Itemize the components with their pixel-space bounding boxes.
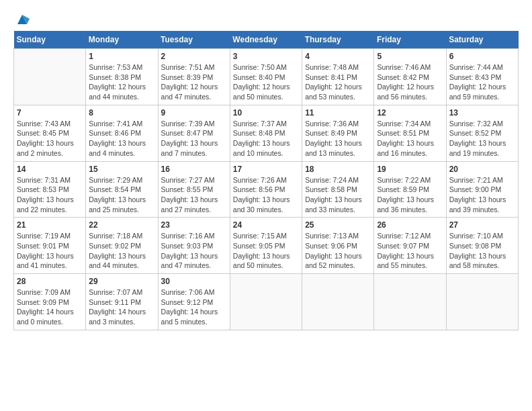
calendar-cell: 23Sunrise: 7:16 AMSunset: 9:03 PMDayligh… bbox=[158, 218, 230, 274]
calendar-cell: 22Sunrise: 7:18 AMSunset: 9:02 PMDayligh… bbox=[86, 218, 158, 274]
day-number: 12 bbox=[377, 108, 443, 118]
day-number: 10 bbox=[233, 108, 299, 118]
day-number: 25 bbox=[305, 220, 371, 230]
calendar-cell: 19Sunrise: 7:22 AMSunset: 8:59 PMDayligh… bbox=[374, 161, 446, 218]
calendar-cell: 1Sunrise: 7:53 AMSunset: 8:38 PMDaylight… bbox=[86, 49, 158, 105]
calendar-cell: 9Sunrise: 7:39 AMSunset: 8:47 PMDaylight… bbox=[158, 105, 230, 161]
calendar-day-header: Friday bbox=[374, 31, 446, 49]
calendar-cell bbox=[374, 274, 446, 330]
day-number: 13 bbox=[449, 108, 515, 118]
day-number: 20 bbox=[449, 165, 515, 174]
day-number: 4 bbox=[305, 52, 371, 61]
day-info: Sunrise: 7:48 AMSunset: 8:41 PMDaylight:… bbox=[305, 62, 371, 102]
day-info: Sunrise: 7:44 AMSunset: 8:43 PMDaylight:… bbox=[449, 62, 515, 102]
day-info: Sunrise: 7:10 AMSunset: 9:08 PMDaylight:… bbox=[449, 231, 515, 271]
day-info: Sunrise: 7:26 AMSunset: 8:56 PMDaylight:… bbox=[233, 175, 299, 215]
day-number: 26 bbox=[377, 220, 443, 230]
calendar-cell: 17Sunrise: 7:26 AMSunset: 8:56 PMDayligh… bbox=[230, 161, 302, 218]
day-info: Sunrise: 7:18 AMSunset: 9:02 PMDaylight:… bbox=[89, 231, 154, 271]
day-info: Sunrise: 7:46 AMSunset: 8:42 PMDaylight:… bbox=[377, 62, 443, 102]
calendar-day-header: Wednesday bbox=[230, 31, 302, 49]
calendar-cell: 20Sunrise: 7:21 AMSunset: 9:00 PMDayligh… bbox=[446, 161, 518, 218]
day-info: Sunrise: 7:36 AMSunset: 8:49 PMDaylight:… bbox=[305, 119, 371, 158]
day-info: Sunrise: 7:53 AMSunset: 8:38 PMDaylight:… bbox=[89, 62, 154, 102]
calendar-cell: 4Sunrise: 7:48 AMSunset: 8:41 PMDaylight… bbox=[302, 49, 374, 105]
calendar-cell bbox=[446, 274, 518, 330]
day-info: Sunrise: 7:22 AMSunset: 8:59 PMDaylight:… bbox=[377, 175, 443, 215]
day-info: Sunrise: 7:34 AMSunset: 8:51 PMDaylight:… bbox=[377, 119, 443, 158]
day-info: Sunrise: 7:29 AMSunset: 8:54 PMDaylight:… bbox=[89, 175, 154, 215]
day-number: 29 bbox=[89, 277, 154, 286]
calendar-cell: 16Sunrise: 7:27 AMSunset: 8:55 PMDayligh… bbox=[158, 161, 230, 218]
day-number: 1 bbox=[89, 52, 154, 61]
calendar-cell bbox=[302, 274, 374, 330]
day-number: 11 bbox=[305, 108, 371, 118]
calendar-cell: 30Sunrise: 7:06 AMSunset: 9:12 PMDayligh… bbox=[158, 274, 230, 330]
calendar-cell: 26Sunrise: 7:12 AMSunset: 9:07 PMDayligh… bbox=[374, 218, 446, 274]
calendar-day-header: Sunday bbox=[14, 31, 86, 49]
calendar-week-row: 1Sunrise: 7:53 AMSunset: 8:38 PMDaylight… bbox=[14, 49, 519, 105]
day-number: 24 bbox=[233, 220, 299, 230]
day-info: Sunrise: 7:39 AMSunset: 8:47 PMDaylight:… bbox=[161, 119, 227, 158]
calendar-cell bbox=[14, 49, 86, 105]
calendar-cell: 11Sunrise: 7:36 AMSunset: 8:49 PMDayligh… bbox=[302, 105, 374, 161]
day-number: 8 bbox=[89, 108, 154, 118]
day-info: Sunrise: 7:31 AMSunset: 8:53 PMDaylight:… bbox=[17, 175, 83, 215]
day-info: Sunrise: 7:15 AMSunset: 9:05 PMDaylight:… bbox=[233, 231, 299, 271]
calendar-day-header: Monday bbox=[86, 31, 158, 49]
calendar-header-row: SundayMondayTuesdayWednesdayThursdayFrid… bbox=[14, 31, 519, 49]
calendar-cell: 18Sunrise: 7:24 AMSunset: 8:58 PMDayligh… bbox=[302, 161, 374, 218]
day-info: Sunrise: 7:19 AMSunset: 9:01 PMDaylight:… bbox=[17, 231, 83, 271]
calendar-cell: 6Sunrise: 7:44 AMSunset: 8:43 PMDaylight… bbox=[446, 49, 518, 105]
calendar-day-header: Tuesday bbox=[158, 31, 230, 49]
day-number: 19 bbox=[377, 165, 443, 174]
day-number: 21 bbox=[17, 220, 83, 230]
day-number: 22 bbox=[89, 220, 154, 230]
day-info: Sunrise: 7:37 AMSunset: 8:48 PMDaylight:… bbox=[233, 119, 299, 158]
calendar-cell: 29Sunrise: 7:07 AMSunset: 9:11 PMDayligh… bbox=[86, 274, 158, 330]
calendar-week-row: 7Sunrise: 7:43 AMSunset: 8:45 PMDaylight… bbox=[14, 105, 519, 161]
day-info: Sunrise: 7:16 AMSunset: 9:03 PMDaylight:… bbox=[161, 231, 227, 271]
day-number: 5 bbox=[377, 52, 443, 61]
day-info: Sunrise: 7:41 AMSunset: 8:46 PMDaylight:… bbox=[89, 119, 154, 158]
calendar-cell: 27Sunrise: 7:10 AMSunset: 9:08 PMDayligh… bbox=[446, 218, 518, 274]
calendar-cell: 8Sunrise: 7:41 AMSunset: 8:46 PMDaylight… bbox=[86, 105, 158, 161]
day-info: Sunrise: 7:27 AMSunset: 8:55 PMDaylight:… bbox=[161, 175, 227, 215]
calendar-cell: 24Sunrise: 7:15 AMSunset: 9:05 PMDayligh… bbox=[230, 218, 302, 274]
calendar-cell: 3Sunrise: 7:50 AMSunset: 8:40 PMDaylight… bbox=[230, 49, 302, 105]
day-info: Sunrise: 7:50 AMSunset: 8:40 PMDaylight:… bbox=[233, 62, 299, 102]
logo-icon bbox=[15, 12, 30, 27]
calendar-cell: 14Sunrise: 7:31 AMSunset: 8:53 PMDayligh… bbox=[14, 161, 86, 218]
day-info: Sunrise: 7:21 AMSunset: 9:00 PMDaylight:… bbox=[449, 175, 515, 215]
calendar-cell: 2Sunrise: 7:51 AMSunset: 8:39 PMDaylight… bbox=[158, 49, 230, 105]
calendar-cell: 12Sunrise: 7:34 AMSunset: 8:51 PMDayligh… bbox=[374, 105, 446, 161]
logo bbox=[13, 13, 30, 24]
day-number: 17 bbox=[233, 165, 299, 174]
day-number: 9 bbox=[161, 108, 227, 118]
day-info: Sunrise: 7:43 AMSunset: 8:45 PMDaylight:… bbox=[17, 119, 83, 158]
calendar-cell: 5Sunrise: 7:46 AMSunset: 8:42 PMDaylight… bbox=[374, 49, 446, 105]
day-number: 7 bbox=[17, 108, 83, 118]
calendar-cell: 13Sunrise: 7:32 AMSunset: 8:52 PMDayligh… bbox=[446, 105, 518, 161]
calendar-cell: 7Sunrise: 7:43 AMSunset: 8:45 PMDaylight… bbox=[14, 105, 86, 161]
day-info: Sunrise: 7:51 AMSunset: 8:39 PMDaylight:… bbox=[161, 62, 227, 102]
calendar-cell bbox=[230, 274, 302, 330]
day-number: 27 bbox=[449, 220, 515, 230]
day-info: Sunrise: 7:13 AMSunset: 9:06 PMDaylight:… bbox=[305, 231, 371, 271]
calendar-cell: 28Sunrise: 7:09 AMSunset: 9:09 PMDayligh… bbox=[14, 274, 86, 330]
calendar-week-row: 21Sunrise: 7:19 AMSunset: 9:01 PMDayligh… bbox=[14, 218, 519, 274]
calendar-week-row: 28Sunrise: 7:09 AMSunset: 9:09 PMDayligh… bbox=[14, 274, 519, 330]
day-info: Sunrise: 7:09 AMSunset: 9:09 PMDaylight:… bbox=[17, 287, 83, 327]
day-number: 30 bbox=[161, 277, 227, 286]
calendar-day-header: Thursday bbox=[302, 31, 374, 49]
day-info: Sunrise: 7:12 AMSunset: 9:07 PMDaylight:… bbox=[377, 231, 443, 271]
day-number: 28 bbox=[17, 277, 83, 286]
day-info: Sunrise: 7:24 AMSunset: 8:58 PMDaylight:… bbox=[305, 175, 371, 215]
day-number: 2 bbox=[161, 52, 227, 61]
day-info: Sunrise: 7:07 AMSunset: 9:11 PMDaylight:… bbox=[89, 287, 154, 327]
calendar-cell: 25Sunrise: 7:13 AMSunset: 9:06 PMDayligh… bbox=[302, 218, 374, 274]
calendar-week-row: 14Sunrise: 7:31 AMSunset: 8:53 PMDayligh… bbox=[14, 161, 519, 218]
calendar-table: SundayMondayTuesdayWednesdayThursdayFrid… bbox=[13, 31, 519, 330]
day-number: 23 bbox=[161, 220, 227, 230]
day-number: 15 bbox=[89, 165, 154, 174]
